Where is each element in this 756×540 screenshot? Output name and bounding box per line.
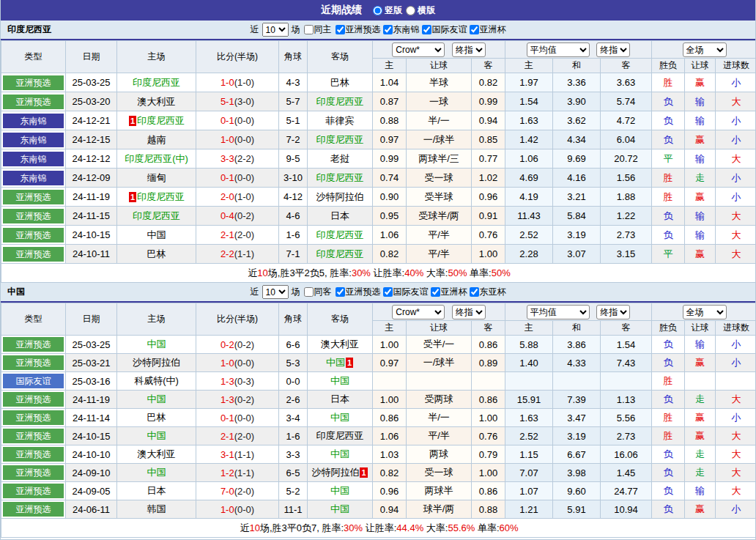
- corner-score: 1-6: [279, 226, 308, 245]
- odds-away: 0.99: [472, 92, 505, 111]
- bookmaker-select[interactable]: Crow*: [392, 305, 445, 319]
- away-team-cell: 印度尼西亚: [308, 226, 373, 245]
- matches-body: 亚洲预选 25-03-25 印度尼西亚 1-0(1-0) 4-3 巴林 1.04…: [1, 73, 756, 264]
- recent-suffix-label: 场: [292, 286, 300, 298]
- league-filter-option[interactable]: 亚洲杯: [429, 286, 467, 298]
- avg-odds-away: 2.73: [601, 427, 652, 445]
- odds-home: 1.06: [373, 226, 407, 245]
- final-odds-select-2[interactable]: 终指: [596, 305, 630, 319]
- average-select[interactable]: 平均值: [527, 42, 590, 57]
- match-date: 24-06-11: [66, 500, 117, 519]
- recent-count-select[interactable]: 10: [262, 285, 289, 299]
- avg-odds-draw: 3.07: [553, 245, 601, 264]
- league-filter-option[interactable]: 东南锦: [381, 23, 420, 36]
- away-team-cell: 日本: [308, 207, 373, 226]
- match-date: 24-11-14: [66, 409, 117, 427]
- fulltime-score: 5-1: [220, 96, 234, 107]
- avg-odds-home: 4.69: [505, 169, 553, 188]
- team-name-text: 越南: [147, 134, 166, 145]
- league-checkbox[interactable]: [383, 287, 393, 297]
- fulltime-score: 7-0: [220, 486, 234, 497]
- league-filter-option[interactable]: 东亚杯: [467, 286, 506, 298]
- avg-odds-draw: [553, 372, 601, 391]
- same-venue-option[interactable]: 同主: [302, 23, 332, 36]
- recent-count-select[interactable]: 10: [262, 23, 289, 37]
- same-venue-checkbox[interactable]: [304, 25, 314, 34]
- result-handicap: 输: [685, 207, 716, 226]
- result-text: 小: [732, 339, 741, 349]
- same-venue-option[interactable]: 同客: [302, 286, 332, 298]
- odds-away: 0.94: [472, 111, 505, 130]
- same-venue-checkbox[interactable]: [304, 287, 314, 297]
- corner-score: 4-12: [279, 188, 308, 207]
- match-row: 东南锦 24-12-15 越南 1-0(0-0) 7-2 印度尼西亚 0.97 …: [1, 130, 756, 149]
- team-name-text: 印度尼西亚: [316, 96, 364, 107]
- away-team-cell: 中国: [308, 445, 373, 464]
- corner-score: 7-2: [279, 130, 308, 149]
- home-team-cell: 越南: [117, 130, 196, 149]
- avg-odds-draw: 3.19: [553, 427, 601, 445]
- odds-away: 0.76: [472, 226, 505, 245]
- result-text: 输: [695, 115, 705, 126]
- avg-odds-draw: 3.98: [553, 464, 601, 482]
- league-filter-option[interactable]: 国际友谊: [420, 23, 467, 36]
- league-checkbox[interactable]: [336, 287, 345, 297]
- league-filter-option[interactable]: 国际友谊: [381, 286, 429, 298]
- result-goals: 大: [716, 445, 756, 464]
- league-checkbox[interactable]: [431, 287, 440, 297]
- league-filter-option[interactable]: 亚洲预选: [333, 23, 381, 36]
- scope-select[interactable]: 全场: [683, 42, 727, 57]
- col-avg-home-header: 主: [505, 59, 553, 73]
- final-odds-select[interactable]: 终指: [452, 305, 486, 319]
- layout-horizontal-option[interactable]: 横版: [405, 4, 435, 17]
- away-team-cell: 印度尼西亚: [308, 245, 373, 264]
- match-date: 24-12-09: [66, 169, 117, 188]
- avg-odds-home: 2.52: [505, 226, 553, 245]
- result-outcome: 胜: [652, 73, 685, 92]
- match-row: 东南锦 24-12-09 缅甸 0-1(0-0) 3-10 印度尼西亚 0.74…: [1, 169, 756, 188]
- vertical-radio[interactable]: [373, 6, 382, 15]
- avg-odds-away: 5.74: [601, 92, 652, 111]
- match-row: 亚洲预选 24-11-15 印度尼西亚 0-4(0-2) 4-6 日本 0.95…: [1, 207, 756, 226]
- odds-away: 0.76: [472, 427, 505, 445]
- odds-handicap: 受两球: [407, 391, 472, 409]
- result-outcome: 负: [652, 111, 685, 130]
- corner-score: 6-5: [279, 464, 308, 482]
- odds-home: 1.00: [373, 336, 407, 354]
- corner-score: 4-6: [279, 207, 308, 226]
- col-type-header: 类型: [1, 303, 66, 336]
- avg-odds-away: 3.63: [601, 73, 652, 92]
- match-score: 5-1(3-0): [196, 92, 279, 111]
- league-checkbox[interactable]: [470, 287, 479, 297]
- result-goals: 小: [716, 169, 756, 188]
- league-type-cell: 亚洲预选: [1, 336, 66, 354]
- result-handicap: 输: [685, 336, 716, 354]
- league-checkbox[interactable]: [422, 25, 431, 34]
- corner-score: 1-6: [279, 427, 308, 445]
- avg-odds-away: 3.15: [601, 245, 652, 264]
- league-filter-option[interactable]: 亚洲杯: [467, 23, 506, 36]
- result-handicap: 输: [685, 92, 716, 111]
- fulltime-score: 2-1: [220, 431, 234, 442]
- odds-home: 1.04: [373, 73, 407, 92]
- team-name-text: 日本: [147, 485, 166, 496]
- league-checkbox[interactable]: [470, 25, 479, 34]
- avg-odds-away: 5.56: [601, 409, 652, 427]
- avg-odds-home: 2.28: [505, 245, 553, 264]
- bookmaker-select[interactable]: Crow*: [392, 42, 445, 57]
- scope-select[interactable]: 全场: [683, 305, 727, 319]
- odds-home: 0.86: [373, 409, 407, 427]
- average-select[interactable]: 平均值: [527, 305, 590, 319]
- league-filter-option[interactable]: 亚洲预选: [333, 286, 381, 298]
- match-score: 1-3(0-2): [196, 391, 279, 409]
- league-checkbox[interactable]: [336, 25, 345, 34]
- horizontal-radio[interactable]: [406, 6, 415, 15]
- league-checkbox[interactable]: [383, 25, 393, 34]
- layout-vertical-option[interactable]: 竖版: [372, 4, 402, 17]
- final-odds-select[interactable]: 终指: [452, 42, 486, 57]
- result-text: 大: [732, 210, 741, 221]
- odds-home: 0.82: [373, 464, 407, 482]
- final-odds-select-2[interactable]: 终指: [596, 42, 630, 57]
- home-team-cell: 中国: [117, 464, 196, 482]
- result-text: 胜: [664, 412, 673, 423]
